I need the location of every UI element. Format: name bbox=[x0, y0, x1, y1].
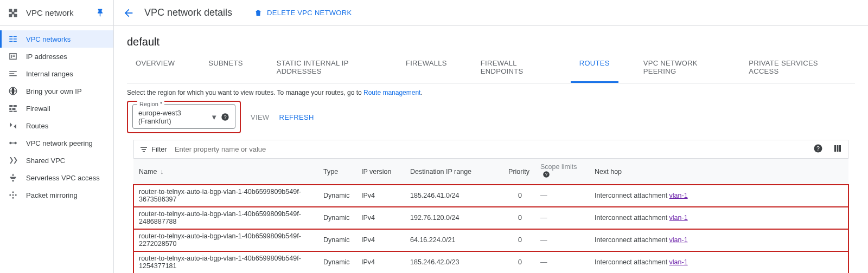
region-select-value: europe-west3 (Frankfurt) bbox=[138, 109, 207, 125]
tab-static-internal-ip-addresses[interactable]: STATIC INTERNAL IP ADDRESSES bbox=[268, 54, 381, 83]
sidebar-item-label: Packet mirroring bbox=[26, 191, 78, 199]
sidebar-item-label: VPC network peering bbox=[26, 139, 93, 147]
sidebar-item-bring-your-own-ip[interactable]: Bring your own IP bbox=[0, 82, 113, 100]
cell-ipversion: IPv4 bbox=[356, 251, 405, 274]
sidebar-item-internal-ranges[interactable]: Internal ranges bbox=[0, 65, 113, 82]
table-header-row: Name↓ Type IP version Destination IP ran… bbox=[133, 159, 848, 185]
topbar: VPC network details DELETE VPC NETWORK bbox=[114, 0, 868, 26]
trash-icon bbox=[254, 9, 263, 17]
col-name[interactable]: Name↓ bbox=[133, 159, 318, 185]
col-type[interactable]: Type bbox=[318, 159, 356, 185]
route-name: router-to-telnyx-auto-ia-bgp-vlan-1-40b6… bbox=[139, 210, 301, 225]
cell-priority: 0 bbox=[497, 185, 535, 207]
filter-label: Filter bbox=[151, 145, 167, 153]
help-icon[interactable]: ? bbox=[221, 113, 229, 121]
svg-rect-1 bbox=[14, 9, 17, 12]
tab-private-services-access[interactable]: PRIVATE SERVICES ACCESS bbox=[740, 54, 839, 83]
cell-destination: 185.246.42.0/23 bbox=[405, 251, 497, 274]
product-title: VPC network bbox=[26, 8, 96, 17]
route-name: router-to-telnyx-auto-ia-bgp-vlan-1-40b6… bbox=[139, 232, 301, 248]
cell-type: Dynamic bbox=[318, 251, 356, 274]
vpc-product-icon bbox=[8, 8, 18, 18]
filter-icon bbox=[139, 145, 148, 154]
internal-ranges-icon bbox=[8, 68, 18, 79]
svg-rect-4 bbox=[12, 11, 15, 14]
routes-table-container: Name↓ Type IP version Destination IP ran… bbox=[133, 158, 848, 273]
cell-nexthop: Interconnect attachment vlan-1 bbox=[589, 207, 848, 229]
cell-nexthop: Interconnect attachment vlan-1 bbox=[589, 251, 848, 274]
sidebar-item-label: IP addresses bbox=[26, 53, 67, 61]
region-select[interactable]: Region * europe-west3 (Frankfurt) ▼ ? bbox=[132, 104, 235, 129]
nexthop-link[interactable]: vlan-1 bbox=[669, 214, 688, 222]
sidebar-item-label: Internal ranges bbox=[26, 70, 73, 78]
svg-text:?: ? bbox=[545, 172, 548, 177]
sidebar-item-label: Bring your own IP bbox=[26, 87, 82, 95]
sidebar-item-packet-mirroring[interactable]: Packet mirroring bbox=[0, 186, 113, 204]
col-nexthop[interactable]: Next hop bbox=[589, 159, 848, 185]
sidebar-item-routes[interactable]: Routes bbox=[0, 117, 113, 134]
cell-nexthop: Interconnect attachment vlan-1 bbox=[589, 185, 848, 207]
back-arrow-icon[interactable] bbox=[123, 7, 135, 19]
nexthop-link[interactable]: vlan-1 bbox=[669, 258, 688, 266]
view-button[interactable]: VIEW bbox=[251, 113, 269, 121]
pin-icon[interactable] bbox=[96, 8, 106, 18]
svg-point-9 bbox=[9, 194, 11, 196]
sidebar-item-vpc-network-peering[interactable]: VPC network peering bbox=[0, 134, 113, 152]
col-destination[interactable]: Destination IP range bbox=[405, 159, 497, 185]
delete-vpc-button[interactable]: DELETE VPC NETWORK bbox=[254, 9, 352, 17]
sidebar-item-shared-vpc[interactable]: Shared VPC bbox=[0, 152, 113, 169]
cell-ipversion: IPv4 bbox=[356, 229, 405, 251]
cell-priority: 0 bbox=[497, 251, 535, 274]
tab-subnets[interactable]: SUBNETS bbox=[200, 54, 252, 83]
sidebar-item-firewall[interactable]: Firewall bbox=[0, 100, 113, 117]
col-ipversion[interactable]: IP version bbox=[356, 159, 405, 185]
svg-point-10 bbox=[15, 194, 17, 196]
svg-point-12 bbox=[12, 197, 14, 199]
sidebar-item-label: VPC networks bbox=[26, 35, 71, 43]
helper-text: Select the region for which you want to … bbox=[127, 89, 855, 96]
route-management-link[interactable]: Route management bbox=[363, 89, 420, 96]
svg-rect-3 bbox=[14, 14, 17, 17]
sidebar-list: VPC networksIP addressesInternal rangesB… bbox=[0, 26, 113, 208]
cell-type: Dynamic bbox=[318, 207, 356, 229]
help-icon[interactable]: ? bbox=[542, 171, 550, 180]
tab-routes[interactable]: ROUTES bbox=[571, 54, 618, 83]
cell-scope: — bbox=[535, 229, 589, 251]
sidebar-item-label: Shared VPC bbox=[26, 157, 65, 165]
sidebar-item-label: Serverless VPC access bbox=[26, 174, 100, 182]
nexthop-link[interactable]: vlan-1 bbox=[669, 192, 688, 199]
sidebar-item-label: Firewall bbox=[26, 105, 50, 113]
refresh-button[interactable]: REFRESH bbox=[279, 113, 314, 121]
routes-table: Name↓ Type IP version Destination IP ran… bbox=[133, 158, 848, 273]
cell-priority: 0 bbox=[497, 207, 535, 229]
sidebar-item-ip-addresses[interactable]: IP addresses bbox=[0, 48, 113, 65]
sidebar: VPC network VPC networksIP addressesInte… bbox=[0, 0, 114, 273]
helper-text-body: Select the region for which you want to … bbox=[127, 89, 363, 96]
sidebar-item-vpc-networks[interactable]: VPC networks bbox=[0, 30, 113, 48]
cell-type: Dynamic bbox=[318, 185, 356, 207]
tab-overview[interactable]: OVERVIEW bbox=[127, 54, 183, 83]
region-select-label: Region * bbox=[137, 101, 164, 107]
ip-addresses-icon bbox=[8, 51, 18, 62]
col-priority[interactable]: Priority bbox=[497, 159, 535, 185]
tab-firewall-endpoints[interactable]: FIREWALL ENDPOINTS bbox=[472, 54, 554, 83]
help-icon[interactable]: ? bbox=[813, 144, 823, 155]
svg-point-7 bbox=[14, 142, 17, 145]
svg-point-11 bbox=[12, 191, 14, 193]
cell-destination: 185.246.41.0/24 bbox=[405, 185, 497, 207]
sidebar-header: VPC network bbox=[0, 0, 113, 26]
filter-input[interactable] bbox=[175, 145, 813, 153]
table-row: router-to-telnyx-auto-ia-bgp-vlan-1-40b6… bbox=[133, 229, 848, 251]
peering-icon bbox=[8, 138, 18, 148]
nexthop-link[interactable]: vlan-1 bbox=[669, 236, 688, 244]
column-display-icon[interactable] bbox=[833, 144, 843, 155]
main-panel: VPC network details DELETE VPC NETWORK d… bbox=[114, 0, 868, 273]
page-title: VPC network details bbox=[144, 7, 232, 18]
col-scope[interactable]: Scope limits? bbox=[535, 159, 589, 185]
tab-vpc-network-peering[interactable]: VPC NETWORK PEERING bbox=[635, 54, 724, 83]
sidebar-item-serverless-vpc-access[interactable]: Serverless VPC access bbox=[0, 169, 113, 186]
cell-nexthop: Interconnect attachment vlan-1 bbox=[589, 229, 848, 251]
annotation-box-region: Region * europe-west3 (Frankfurt) ▼ ? bbox=[127, 101, 241, 133]
tab-firewalls[interactable]: FIREWALLS bbox=[397, 54, 456, 83]
cell-scope: — bbox=[535, 251, 589, 274]
